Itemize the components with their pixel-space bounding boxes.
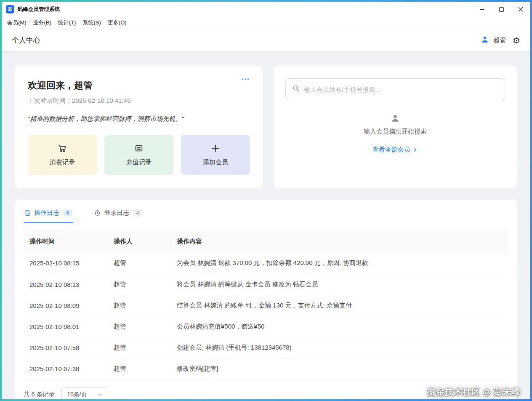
plus-icon <box>211 144 220 154</box>
log-row: 2025-02-10 08:15超管为会员 林婉清 退款 370.00 元，扣除… <box>24 253 508 274</box>
log-content-cell: 会员林婉清充值¥500，赠送¥50 <box>171 316 508 337</box>
tab-operation-log-label: 操作日志 <box>34 209 59 217</box>
welcome-card: 欢迎回来，超管 上次登录时间：2025-02-10 10:41:45 ••• "… <box>15 66 263 188</box>
tab-login-log[interactable]: 登录日志 4 <box>93 206 143 223</box>
log-table-header-row: 操作时间 操作人 操作内容 <box>24 230 508 253</box>
page-title: 个人中心 <box>12 35 40 45</box>
tab-login-log-label: 登录日志 <box>104 209 129 217</box>
log-content-cell: 修改密码[超管] <box>171 358 508 379</box>
more-options-icon[interactable]: ••• <box>241 76 250 83</box>
log-row: 2025-02-10 08:09超管结算会员 林婉清 的账单 #1，金额 130… <box>24 295 508 316</box>
menu-member[interactable]: 会员(M) <box>4 18 30 28</box>
log-content-cell: 结算会员 林婉清 的账单 #1，金额 130 元，支付方式: 余额支付 <box>171 295 508 316</box>
log-time-cell: 2025-02-10 07:58 <box>24 337 108 358</box>
tab-operation-log[interactable]: 操作日志 6 <box>24 206 73 223</box>
last-login-time: 上次登录时间：2025-02-10 10:41:45 <box>28 97 250 105</box>
consume-records-label: 消费记录 <box>50 158 75 166</box>
add-member-button[interactable]: 添加会员 <box>181 135 250 175</box>
log-operator-cell: 超管 <box>108 337 171 358</box>
total-records-text: 共 6 条记录 <box>24 390 55 398</box>
maximize-button[interactable] <box>492 2 511 17</box>
quick-actions: 消费记录 充值记录 添加会员 <box>28 135 250 175</box>
member-search-input[interactable] <box>304 86 498 93</box>
menu-business[interactable]: 业务(B) <box>30 18 55 28</box>
app-logo-icon <box>6 5 14 13</box>
log-content-cell: 创建会员: 林婉清 (手机号: 13812345678) <box>171 337 508 358</box>
cart-icon <box>58 144 67 154</box>
column-header-content: 操作内容 <box>171 230 508 253</box>
recharge-records-button[interactable]: 充值记录 <box>104 135 173 175</box>
minimize-button[interactable] <box>472 2 492 17</box>
header-user-area[interactable]: 超管 <box>481 35 506 45</box>
welcome-quote: "精准的数据分析，助您掌握经营脉搏，洞察市场先机。" <box>28 115 250 123</box>
log-row: 2025-02-10 08:13超管将会员 林婉清 的等级从 金卡会员 修改为 … <box>24 274 508 295</box>
welcome-greeting: 欢迎回来，超管 <box>28 79 250 92</box>
page-size-select[interactable]: 10条/页 <box>61 387 107 400</box>
log-tabs: 操作日志 6 登录日志 4 <box>24 206 508 223</box>
current-username: 超管 <box>493 36 506 44</box>
document-icon <box>24 210 31 216</box>
page-header: 个人中心 超管 ⚙ <box>2 29 530 51</box>
log-time-cell: 2025-02-10 07:38 <box>24 358 108 379</box>
menu-system[interactable]: 系统(S) <box>79 18 104 28</box>
settings-gear-icon[interactable]: ⚙ <box>513 36 520 45</box>
menubar: 会员(M) 业务(B) 统计(T) 系统(S) 更多(O) <box>2 17 530 29</box>
user-icon <box>481 35 489 45</box>
close-button[interactable] <box>511 2 530 17</box>
log-table: 操作时间 操作人 操作内容 2025-02-10 08:15超管为会员 林婉清 … <box>24 230 508 380</box>
top-row: 欢迎回来，超管 上次登录时间：2025-02-10 10:41:45 ••• "… <box>15 66 517 188</box>
window-controls <box>472 2 530 17</box>
search-empty-state: 输入会员信息开始搜索 查看全部会员 <box>364 114 427 154</box>
column-header-time: 操作时间 <box>24 230 108 253</box>
card-icon <box>134 144 144 154</box>
window-frame: 码峰会员管理系统 会员(M) 业务(B) 统计(T) 系统(S) 更多(O) <box>0 0 532 401</box>
member-search-card: 输入会员信息开始搜索 查看全部会员 <box>274 66 517 188</box>
add-member-label: 添加会员 <box>203 158 228 166</box>
log-time-cell: 2025-02-10 08:15 <box>24 253 108 274</box>
log-card: 操作日志 6 登录日志 4 操作时间 操作人 操作内容 <box>15 200 517 399</box>
consume-records-button[interactable]: 消费记录 <box>28 135 97 175</box>
chevron-down-icon <box>97 392 102 397</box>
clock-icon <box>94 210 101 216</box>
close-icon <box>518 7 523 12</box>
view-all-members-label: 查看全部会员 <box>372 146 410 154</box>
log-time-cell: 2025-02-10 08:13 <box>24 274 108 295</box>
search-box <box>285 78 505 100</box>
log-operator-cell: 超管 <box>108 316 171 337</box>
log-time-cell: 2025-02-10 08:01 <box>24 316 108 337</box>
log-content-cell: 将会员 林婉清 的等级从 金卡会员 修改为 钻石会员 <box>171 274 508 295</box>
titlebar: 码峰会员管理系统 <box>2 2 530 17</box>
minimize-icon <box>480 7 484 12</box>
window-title: 码峰会员管理系统 <box>18 6 60 13</box>
log-operator-cell: 超管 <box>108 358 171 379</box>
log-table-body: 2025-02-10 08:15超管为会员 林婉清 退款 370.00 元，扣除… <box>24 253 508 379</box>
chevron-right-icon <box>412 147 418 152</box>
login-log-count: 4 <box>133 209 142 217</box>
view-all-members-link[interactable]: 查看全部会员 <box>372 146 418 154</box>
log-row: 2025-02-10 07:38超管修改密码[超管] <box>24 358 508 379</box>
search-icon <box>292 85 300 94</box>
log-operator-cell: 超管 <box>108 295 171 316</box>
app-window: 码峰会员管理系统 会员(M) 业务(B) 统计(T) 系统(S) 更多(O) <box>2 2 530 399</box>
maximize-icon <box>499 7 504 12</box>
recharge-records-label: 充值记录 <box>126 158 152 166</box>
log-row: 2025-02-10 08:01超管会员林婉清充值¥500，赠送¥50 <box>24 316 508 337</box>
person-icon <box>391 114 400 125</box>
main-content: 欢迎回来，超管 上次登录时间：2025-02-10 10:41:45 ••• "… <box>2 51 530 399</box>
column-header-operator: 操作人 <box>108 230 171 253</box>
operation-log-count: 6 <box>63 209 72 217</box>
menu-more[interactable]: 更多(O) <box>104 18 130 28</box>
log-operator-cell: 超管 <box>108 253 171 274</box>
table-footer: 共 6 条记录 10条/页 <box>24 380 508 400</box>
menu-statistics[interactable]: 统计(T) <box>55 18 80 28</box>
log-content-cell: 为会员 林婉清 退款 370.00 元，扣除余额 420.00 元，原因: 协商… <box>171 253 508 274</box>
log-time-cell: 2025-02-10 08:09 <box>24 295 108 316</box>
log-operator-cell: 超管 <box>108 274 171 295</box>
search-empty-text: 输入会员信息开始搜索 <box>364 128 427 136</box>
log-row: 2025-02-10 07:58超管创建会员: 林婉清 (手机号: 138123… <box>24 337 508 358</box>
page-size-value: 10条/页 <box>67 391 87 398</box>
